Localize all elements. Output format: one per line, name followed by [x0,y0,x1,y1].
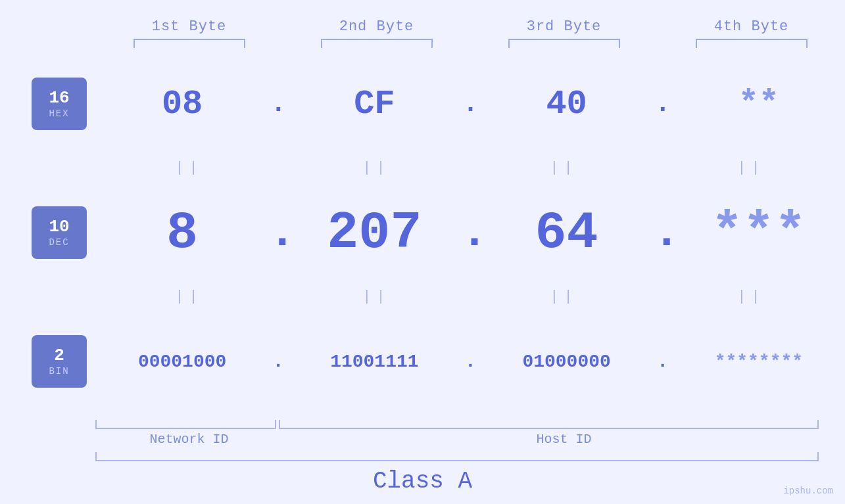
byte-headers-row: 1st Byte 2nd Byte 3rd Byte 4th Byte [95,0,845,35]
eq-cell-1-4: || [658,160,845,177]
hex-value-4: ** [673,85,845,124]
hex-badge-num: 16 [49,89,69,108]
hex-values-area: 08 . CF . 40 . ** [87,85,845,124]
host-id-label: Host ID [283,432,845,447]
eq-cell-2-1: || [95,288,283,306]
dec-dot-3: . [653,207,673,259]
network-id-label: Network ID [95,432,283,447]
hex-value-2: CF [288,85,460,124]
bin-row: 2 BIN 00001000 . 11001111 . 01000000 . *… [0,306,845,417]
hex-dot-3: . [653,89,673,119]
byte-header-4: 4th Byte [658,18,845,35]
bin-badge-label: BIN [49,366,69,377]
bin-values-area: 00001000 . 11001111 . 01000000 . *******… [87,352,845,372]
bracket-network [95,420,276,429]
bracket-cell-2 [283,39,470,48]
bin-dot-3: . [653,352,673,372]
bin-value-3: 01000000 [481,352,653,372]
hex-value-1: 08 [96,85,268,124]
id-labels-row: Network ID Host ID [95,429,845,447]
bracket-cell-4 [658,39,845,48]
hex-badge: 16 HEX [32,78,87,130]
dec-values-area: 8 . 207 . 64 . *** [87,203,845,263]
dec-badge: 10 DEC [32,206,87,259]
bin-badge-num: 2 [54,346,64,365]
bracket-cell-3 [470,39,658,48]
eq-cell-1-1: || [95,160,283,177]
dec-value-1: 8 [96,203,268,263]
hex-badge-label: HEX [49,108,69,119]
hex-row: 16 HEX 08 . CF . 40 . ** [0,48,845,160]
byte-header-1: 1st Byte [95,18,283,35]
eq-cell-1-3: || [470,160,658,177]
hex-value-3: 40 [481,85,653,124]
eq-cell-2-4: || [658,288,845,306]
top-brackets [95,35,845,48]
class-label: Class A [0,461,845,504]
hex-dot-1: . [268,89,288,119]
byte-header-2: 2nd Byte [283,18,470,35]
eq-cell-1-2: || [283,160,470,177]
dec-value-3: 64 [481,203,653,263]
byte-header-3: 3rd Byte [470,18,658,35]
bin-value-4: ******** [673,352,845,372]
bracket-cell-1 [95,39,283,48]
dec-value-4: *** [673,203,845,263]
bottom-brackets-container [95,420,819,429]
bin-value-2: 11001111 [288,352,460,372]
full-bottom-bracket [95,452,819,461]
dec-dot-2: . [461,207,481,259]
eq-cell-2-3: || [470,288,658,306]
hex-dot-2: . [461,89,481,119]
bin-value-1: 00001000 [96,352,268,372]
equals-row-1: || || || || [95,160,845,177]
bracket-host [279,420,819,429]
bin-badge: 2 BIN [32,335,87,388]
bin-dot-1: . [268,352,288,372]
dec-dot-1: . [268,207,288,259]
eq-cell-2-2: || [283,288,470,306]
dec-row: 10 DEC 8 . 207 . 64 . *** [0,177,845,288]
dec-badge-label: DEC [49,237,69,248]
equals-row-2: || || || || [95,288,845,306]
dec-badge-num: 10 [49,218,69,237]
dec-value-2: 207 [288,203,460,263]
main-container: 1st Byte 2nd Byte 3rd Byte 4th Byte 16 H… [0,0,845,504]
bin-dot-2: . [461,352,481,372]
watermark: ipshu.com [783,486,833,496]
